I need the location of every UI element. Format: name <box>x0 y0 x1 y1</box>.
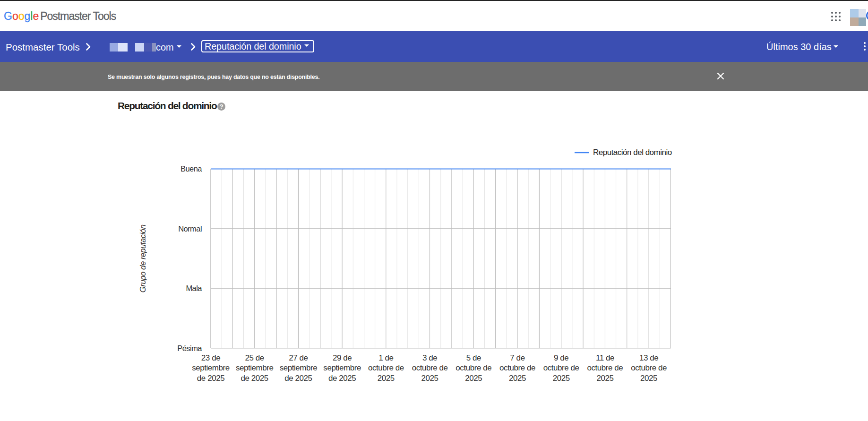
svg-text:2025: 2025 <box>378 374 395 383</box>
svg-text:octubre de: octubre de <box>543 363 579 372</box>
svg-text:5 de: 5 de <box>466 353 481 362</box>
svg-text:de 2025: de 2025 <box>328 374 356 383</box>
svg-text:2025: 2025 <box>509 374 526 383</box>
svg-text:de 2025: de 2025 <box>284 374 312 383</box>
svg-text:7 de: 7 de <box>510 353 524 362</box>
svg-text:Buena: Buena <box>180 164 202 173</box>
svg-text:3 de: 3 de <box>422 353 437 362</box>
svg-text:2025: 2025 <box>596 374 613 383</box>
svg-text:2025: 2025 <box>421 374 438 383</box>
svg-text:de 2025: de 2025 <box>241 374 268 383</box>
svg-text:13 de: 13 de <box>639 353 658 362</box>
svg-text:9 de: 9 de <box>554 353 568 362</box>
svg-text:Normal: Normal <box>178 224 202 233</box>
svg-text:octubre de: octubre de <box>587 363 623 372</box>
svg-text:Grupo de reputación: Grupo de reputación <box>138 225 147 293</box>
svg-text:septiembre: septiembre <box>192 363 230 372</box>
svg-text:2025: 2025 <box>640 374 657 383</box>
svg-text:1 de: 1 de <box>378 353 393 362</box>
svg-text:octubre de: octubre de <box>412 363 448 372</box>
svg-text:25 de: 25 de <box>245 353 264 362</box>
svg-text:23 de: 23 de <box>201 353 220 362</box>
svg-text:de 2025: de 2025 <box>197 374 224 383</box>
svg-text:octubre de: octubre de <box>499 363 535 372</box>
svg-text:Reputación del dominio: Reputación del dominio <box>593 148 672 157</box>
svg-text:septiembre: septiembre <box>280 363 318 372</box>
svg-text:Mala: Mala <box>186 284 202 292</box>
svg-text:2025: 2025 <box>553 374 570 383</box>
svg-text:octubre de: octubre de <box>368 363 404 372</box>
svg-text:29 de: 29 de <box>333 353 352 362</box>
svg-text:11 de: 11 de <box>596 353 614 362</box>
svg-text:27 de: 27 de <box>289 353 308 362</box>
svg-text:Pésima: Pésima <box>177 344 202 352</box>
svg-text:octubre de: octubre de <box>631 363 667 372</box>
svg-text:septiembre: septiembre <box>236 363 274 372</box>
svg-text:octubre de: octubre de <box>455 363 491 372</box>
svg-text:2025: 2025 <box>465 374 482 383</box>
svg-text:septiembre: septiembre <box>323 363 361 372</box>
